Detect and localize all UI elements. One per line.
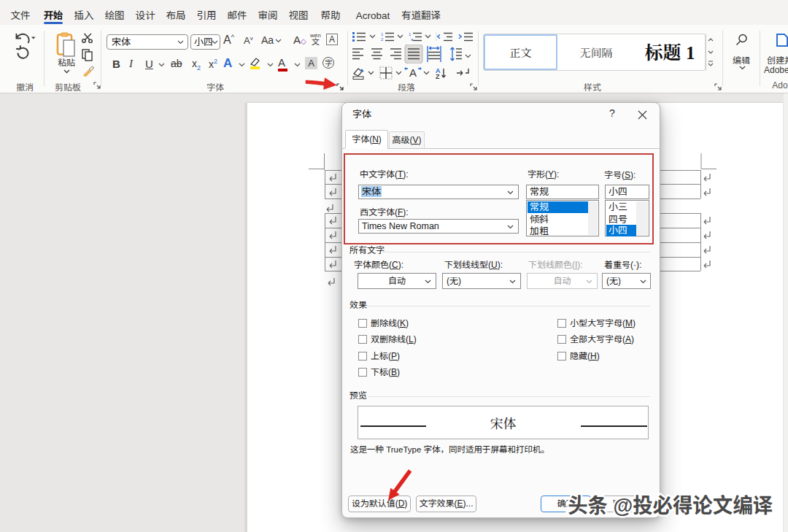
svg-text:1: 1 [381, 32, 384, 36]
svg-text:Z: Z [436, 73, 440, 80]
svg-text:头条 @投必得论文编译: 头条 @投必得论文编译 [568, 488, 773, 519]
svg-text:1: 1 [409, 32, 412, 36]
svg-text:2: 2 [381, 37, 384, 42]
svg-text:A: A [409, 66, 417, 79]
